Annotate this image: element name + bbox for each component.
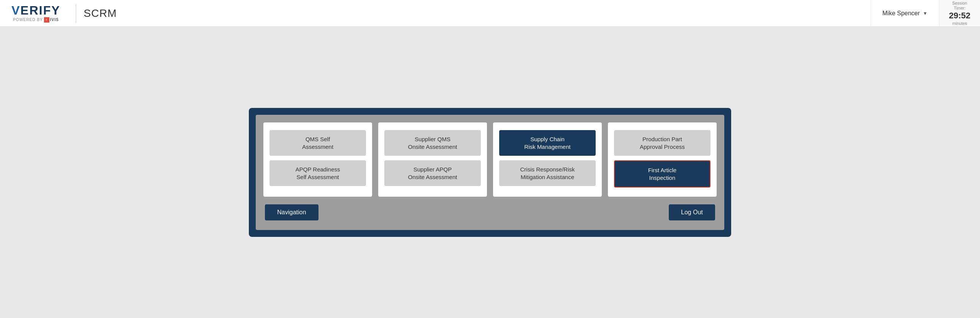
- first-article-button[interactable]: First ArticleInspection: [614, 160, 710, 188]
- header-right: Mike Spencer ▼ Session Timer: 29:52 minu…: [871, 0, 980, 26]
- supply-chain-risk-button[interactable]: Supply ChainRisk Management: [499, 130, 596, 156]
- ivis-logo: i IVIS: [44, 17, 59, 23]
- session-timer: Session Timer: 29:52 minutes: [939, 0, 980, 26]
- logout-button[interactable]: Log Out: [669, 204, 715, 220]
- outer-panel: QMS SelfAssessment APQP ReadinessSelf As…: [249, 108, 731, 237]
- session-label-line2: Timer:: [954, 6, 965, 11]
- user-name: Mike Spencer: [882, 10, 920, 17]
- chevron-down-icon: ▼: [923, 11, 928, 16]
- apqp-readiness-button[interactable]: APQP ReadinessSelf Assessment: [270, 160, 366, 186]
- navigation-button[interactable]: Navigation: [265, 204, 318, 220]
- main-content: QMS SelfAssessment APQP ReadinessSelf As…: [0, 27, 980, 318]
- header: VERIFY POWERED BY i IVIS SCRM Mike Spenc…: [0, 0, 980, 27]
- crisis-response-button[interactable]: Crisis Response/RiskMitigation Assistanc…: [499, 160, 596, 186]
- logo-area: VERIFY POWERED BY i IVIS SCRM: [8, 4, 117, 23]
- header-divider: [76, 4, 76, 23]
- bottom-row: Navigation Log Out: [263, 204, 717, 220]
- production-part-button[interactable]: Production PartApproval Process: [614, 130, 710, 156]
- card-supply-chain: Supply ChainRisk Management Crisis Respo…: [493, 122, 602, 197]
- cards-row: QMS SelfAssessment APQP ReadinessSelf As…: [263, 122, 717, 197]
- supplier-qms-onsite-button[interactable]: Supplier QMSOnsite Assessment: [384, 130, 481, 156]
- card-self-assessment: QMS SelfAssessment APQP ReadinessSelf As…: [263, 122, 372, 197]
- inner-panel: QMS SelfAssessment APQP ReadinessSelf As…: [256, 115, 724, 230]
- card-supplier-onsite: Supplier QMSOnsite Assessment Supplier A…: [378, 122, 487, 197]
- app-title: SCRM: [84, 7, 117, 20]
- verify-wordmark: VERIFY: [11, 4, 60, 16]
- session-label-line1: Session: [952, 1, 967, 6]
- qms-self-assessment-button[interactable]: QMS SelfAssessment: [270, 130, 366, 156]
- session-time-value: 29:52: [949, 11, 970, 21]
- ivis-icon: i: [44, 17, 49, 23]
- card-production: Production PartApproval Process First Ar…: [608, 122, 717, 197]
- user-menu[interactable]: Mike Spencer ▼: [871, 0, 939, 26]
- logo-verify: VERIFY POWERED BY i IVIS: [8, 4, 68, 23]
- powered-by-label: POWERED BY i IVIS: [13, 17, 59, 23]
- session-minutes-label: minutes: [952, 21, 967, 26]
- supplier-apqp-onsite-button[interactable]: Supplier APQPOnsite Assessment: [384, 160, 481, 186]
